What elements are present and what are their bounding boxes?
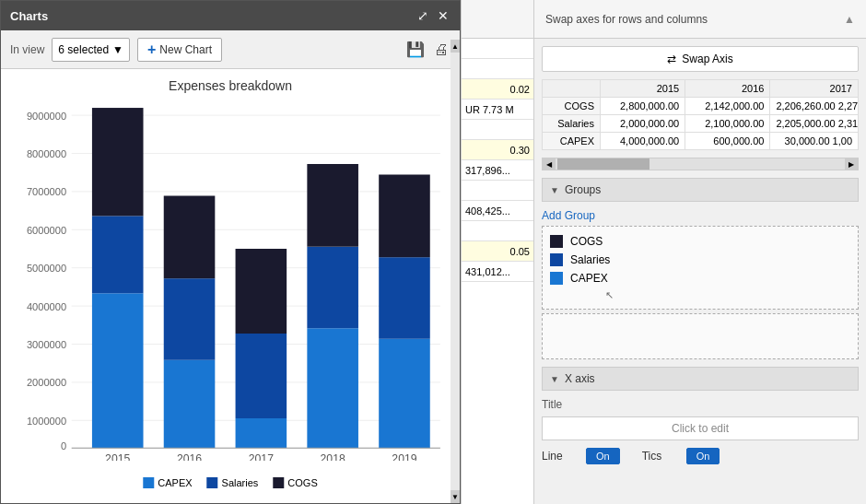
cell-6: 0.30 [462,140,533,160]
charts-title: Charts [10,9,48,23]
capex-2016: 600,000.00 [685,133,770,150]
capex-color [143,477,154,488]
cogs-2016: 2,142,000.00 [685,98,770,115]
scrollbar-track [451,53,460,490]
salaries-group-color [550,253,563,266]
tics-on-button[interactable]: On [686,448,720,464]
tics-label: Tics [642,450,679,463]
svg-text:7000000: 7000000 [27,186,66,197]
cell-1 [462,39,533,59]
toggle-row-line: Line On Tics On [542,446,859,466]
hscroll-thumb[interactable] [557,158,650,170]
cell-4: UR 7.73 M [462,100,533,120]
hscroll-right-arrow[interactable]: ▶ [845,158,858,170]
charts-toolbar: In view 6 selected ▼ + New Chart 💾 🖨 [1,30,460,69]
col-2015: 2015 [600,80,685,98]
right-panel-content: ⇄ Swap Axis 2015 2016 2017 COGS 2,800,00… [534,39,866,504]
cell-10 [462,221,533,241]
line-on-button[interactable]: On [586,448,620,464]
table-row-capex: CAPEX 4,000,000.00 600,000.00 30,000.00 … [543,133,859,150]
legend-cogs: COGS [273,477,317,488]
cell-9: 408,425... [462,201,533,221]
svg-text:1000000: 1000000 [27,416,66,427]
svg-rect-30 [307,247,358,329]
cell-7: 317,896... [462,160,533,181]
svg-text:5000000: 5000000 [27,263,66,274]
new-chart-button[interactable]: + New Chart [137,38,222,62]
right-panel: Swap axes for rows and columns ▲ ⇄ Swap … [534,0,866,504]
x-axis-title: X axis [565,372,595,385]
groups-list: COGS Salaries CAPEX ↖ [542,226,859,310]
svg-rect-21 [92,216,144,293]
svg-rect-24 [164,278,216,360]
svg-rect-25 [164,196,216,279]
add-group-link[interactable]: Add Group [542,205,859,226]
cogs-group-label: COGS [570,235,603,248]
svg-rect-20 [92,293,144,448]
x-axis-section: Title Click to edit Line On Tics On [542,394,859,466]
svg-rect-23 [164,360,216,448]
group-item-cogs: COGS [550,232,850,251]
save-icon[interactable]: 💾 [404,39,427,60]
chart-area: Expenses breakdown 9000000 8000000 70000… [1,69,460,503]
maximize-button[interactable]: ⤢ [415,8,430,23]
cell-2 [462,59,533,79]
svg-rect-27 [236,334,287,418]
in-view-label: In view [10,43,44,56]
axis-title-label: Title [542,394,859,413]
chart-scrollbar[interactable]: ▲ ▼ [451,40,460,503]
cell-8 [462,181,533,201]
svg-rect-33 [379,257,430,339]
cogs-row-label: COGS [543,98,601,115]
print-icon[interactable]: 🖨 [432,40,451,60]
hscroll-left-arrow[interactable]: ◀ [543,158,556,170]
selected-count: 6 selected [58,43,109,56]
cogs-group-color [550,235,563,248]
chart-legend: CAPEX Salaries COGS [143,477,317,488]
x-axis-arrow-icon: ▼ [550,374,559,384]
horizontal-scrollbar[interactable]: ◀ ▶ [542,158,859,170]
swap-axis-button[interactable]: ⇄ Swap Axis [542,46,859,72]
svg-rect-22 [92,108,144,216]
svg-text:9000000: 9000000 [27,111,66,122]
scroll-up-arrow[interactable]: ▲ [451,40,460,53]
groups-section-header[interactable]: ▼ Groups [542,178,859,202]
toolbar-right: 💾 🖨 [404,39,451,60]
svg-text:6000000: 6000000 [27,225,66,236]
svg-text:0: 0 [61,440,66,451]
svg-text:2018: 2018 [321,452,345,461]
cell-5 [462,120,533,140]
x-axis-section-header[interactable]: ▼ X axis [542,367,859,391]
groups-arrow-icon: ▼ [550,185,559,195]
cell-11: 0.05 [462,241,533,262]
svg-text:2019: 2019 [392,452,416,461]
charts-title-area: Charts [10,9,48,23]
right-panel-header: Swap axes for rows and columns ▲ [534,0,866,39]
close-button[interactable]: ✕ [436,8,451,23]
spreadsheet-section: 0.02 UR 7.73 M 0.30 317,896... 408,425..… [461,0,534,504]
cell-12: 431,012... [462,262,533,282]
capex-group-label: CAPEX [570,272,608,285]
line-label: Line [542,450,579,463]
salaries-label: Salaries [222,477,259,488]
salaries-2016: 2,100,000.00 [685,115,770,133]
empty-drop-box [542,313,859,359]
data-table: 2015 2016 2017 COGS 2,800,000.00 2,142,0… [542,79,859,150]
svg-rect-29 [307,328,358,448]
capex-label: CAPEX [158,477,192,488]
click-to-edit-btn[interactable]: Click to edit [542,416,859,440]
salaries-group-label: Salaries [570,253,610,266]
svg-text:2015: 2015 [105,452,130,461]
plus-icon: + [147,41,156,58]
cogs-label: COGS [287,477,317,488]
capex-2015: 4,000,000.00 [600,133,685,150]
scroll-down-arrow[interactable]: ▼ [451,490,460,503]
spreadsheet-cells: 0.02 UR 7.73 M 0.30 317,896... 408,425..… [462,39,533,504]
table-row-salaries: Salaries 2,000,000.00 2,100,000.00 2,205… [543,115,859,133]
salaries-row-label: Salaries [543,115,601,133]
svg-rect-31 [307,164,358,247]
panel-scroll-up[interactable]: ▲ [844,13,855,26]
svg-text:2016: 2016 [177,452,202,461]
selected-dropdown[interactable]: 6 selected ▼ [52,38,130,62]
col-empty [543,80,601,98]
